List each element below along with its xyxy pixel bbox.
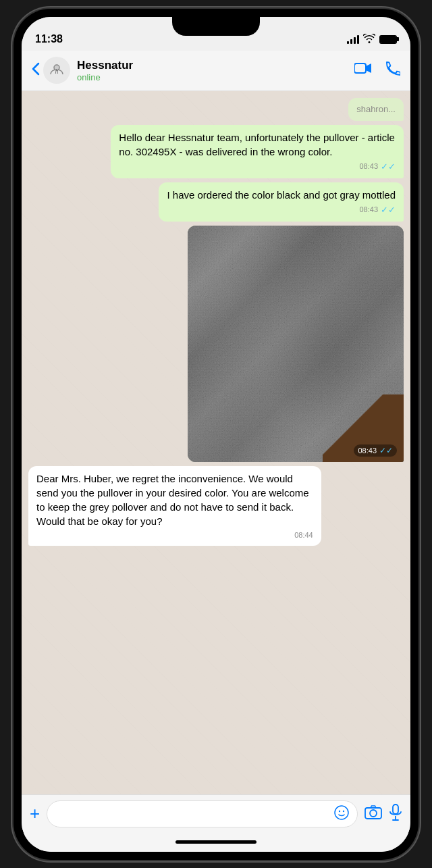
video-call-button[interactable]: [354, 61, 372, 80]
sticker-icon[interactable]: [334, 805, 349, 823]
svg-rect-8: [393, 805, 398, 814]
image-bubble[interactable]: 08:43 ✓✓: [188, 226, 404, 462]
back-button[interactable]: [32, 62, 40, 79]
contact-info: Hessnatur online: [77, 59, 354, 82]
image-meta: 08:43 ✓✓: [354, 444, 397, 457]
camera-icon[interactable]: [364, 805, 382, 823]
message-text-2: I have ordered the color black and got g…: [167, 189, 396, 201]
phone-call-button[interactable]: [385, 61, 400, 80]
svg-point-4: [339, 810, 340, 811]
contact-name: Hessnatur: [77, 59, 354, 72]
wifi-icon: [363, 34, 375, 45]
image-ticks: ✓✓: [379, 446, 393, 455]
fabric-image: 08:43 ✓✓: [188, 226, 404, 462]
header-icons: [354, 61, 400, 80]
read-ticks-2: ✓✓: [381, 204, 396, 216]
bubble-meta-2: 08:43 ✓✓: [167, 204, 396, 216]
battery-icon: [379, 35, 397, 44]
phone-frame: 11:38: [14, 9, 418, 860]
svg-point-5: [343, 810, 344, 811]
message-row-2: I have ordered the color black and got g…: [28, 182, 404, 222]
message-row-1: Hello dear Hessnatur team, unfortunately…: [28, 125, 404, 178]
message-time-2: 08:43: [359, 205, 378, 215]
chat-area[interactable]: shahron... Hello dear Hessnatur team, un…: [22, 91, 410, 794]
bubble-meta-1: 08:43 ✓✓: [119, 161, 396, 173]
input-bar: +: [22, 794, 410, 833]
message-text-4: Dear Mrs. Huber, we regret the inconveni…: [36, 473, 309, 527]
notch: [172, 17, 260, 36]
contact-status: online: [77, 72, 354, 82]
attach-button[interactable]: +: [30, 803, 40, 824]
message-time-1: 08:43: [359, 161, 378, 172]
svg-point-7: [370, 810, 377, 817]
message-bubble-2: I have ordered the color black and got g…: [159, 182, 404, 222]
truncated-text: shahron...: [356, 104, 396, 114]
fabric-texture: [188, 226, 404, 462]
truncated-bubble: shahron...: [348, 98, 404, 121]
microphone-icon[interactable]: [389, 804, 402, 824]
svg-rect-1: [354, 63, 366, 73]
bubble-meta-4: 08:44: [36, 530, 313, 540]
read-ticks-1: ✓✓: [381, 161, 396, 173]
status-icons: [347, 34, 397, 45]
message-bubble-1: Hello dear Hessnatur team, unfortunately…: [111, 125, 404, 178]
signal-icon: [347, 34, 359, 44]
home-bar: [176, 840, 256, 844]
phone-screen: 11:38: [22, 17, 410, 852]
message-text-1: Hello dear Hessnatur team, unfortunately…: [119, 132, 395, 157]
chat-header: h Hessnatur online: [22, 51, 410, 91]
image-time: 08:43: [358, 446, 377, 455]
svg-text:h: h: [55, 68, 59, 75]
contact-avatar: h: [43, 57, 70, 84]
home-indicator: [22, 833, 410, 852]
message-row-3: 08:43 ✓✓: [28, 226, 404, 462]
message-time-4: 08:44: [294, 530, 313, 540]
message-input[interactable]: [47, 800, 358, 827]
truncated-message-row: shahron...: [28, 98, 404, 121]
svg-point-3: [335, 806, 348, 819]
message-bubble-4: Dear Mrs. Huber, we regret the inconveni…: [28, 466, 321, 546]
status-time: 11:38: [35, 33, 63, 45]
message-row-4: Dear Mrs. Huber, we regret the inconveni…: [28, 466, 404, 546]
